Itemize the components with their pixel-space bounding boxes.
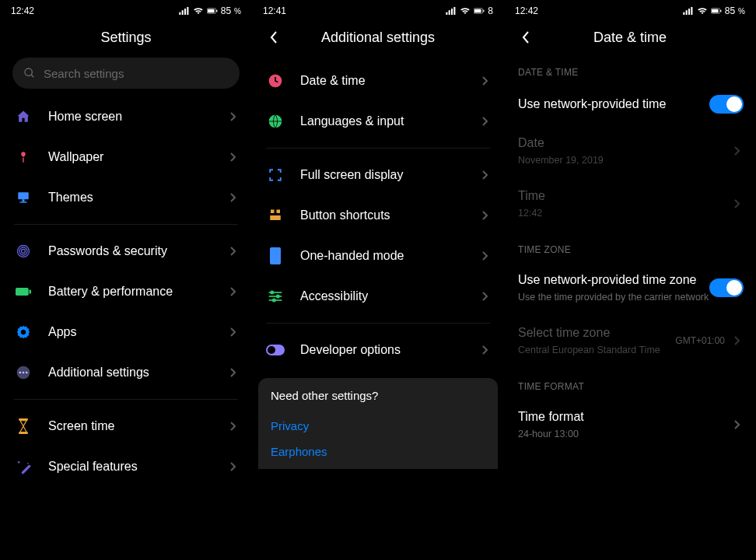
svg-point-40 <box>271 291 273 293</box>
home-icon <box>14 107 33 126</box>
chevron-right-icon <box>478 289 492 303</box>
chevron-right-icon <box>226 244 240 258</box>
row-battery[interactable]: Battery & performance <box>0 271 252 312</box>
chevron-right-icon <box>226 419 240 433</box>
svg-rect-37 <box>270 215 281 220</box>
battery-icon <box>474 7 485 15</box>
label: Additional settings <box>48 366 210 380</box>
svg-rect-29 <box>454 7 456 15</box>
chevron-right-icon <box>478 343 492 357</box>
label: Accessibility <box>300 289 462 303</box>
row-screen-time[interactable]: Screen time <box>0 406 252 446</box>
content: Date & time Languages & input Full scree… <box>252 53 504 560</box>
row-languages[interactable]: Languages & input <box>252 101 504 142</box>
section-time-format: TIME FORMAT <box>504 367 756 398</box>
header: Date & time <box>504 22 756 53</box>
row-select-tz: Select time zone Central European Standa… <box>504 314 756 367</box>
svg-rect-6 <box>216 10 217 12</box>
divider <box>14 399 238 400</box>
row-time: Time 12:42 <box>504 177 756 230</box>
card-title: Need other settings? <box>271 389 485 402</box>
content: Home screen Wallpaper Themes Passwords &… <box>0 96 252 560</box>
svg-rect-11 <box>20 201 27 203</box>
fingerprint-icon <box>14 242 33 261</box>
row-button-shortcuts[interactable]: Button shortcuts <box>252 195 504 236</box>
row-additional[interactable]: Additional settings <box>0 352 252 393</box>
svg-rect-31 <box>474 9 481 13</box>
sub: 12:42 <box>518 207 730 219</box>
toggle-network-tz[interactable] <box>709 278 744 297</box>
label: Use network-provided time <box>518 97 709 111</box>
svg-rect-1 <box>181 10 183 15</box>
row-date-time[interactable]: Date & time <box>252 61 504 101</box>
sub: Central European Standard Time <box>518 344 675 356</box>
row-home-screen[interactable]: Home screen <box>0 96 252 137</box>
row-accessibility[interactable]: Accessibility <box>252 276 504 317</box>
privacy-link[interactable]: Privacy <box>271 413 485 439</box>
chevron-right-icon <box>478 249 492 263</box>
signal-icon <box>446 7 457 15</box>
page-title: Date & time <box>516 30 744 46</box>
label: Time <box>518 188 730 205</box>
chevron-right-icon <box>730 197 744 211</box>
row-one-handed[interactable]: One-handed mode <box>252 236 504 276</box>
row-developer[interactable]: Developer options <box>252 330 504 370</box>
earphones-link[interactable]: Earphones <box>271 439 485 464</box>
status-bar: 12:41 8 <box>252 0 504 22</box>
status-right: 85% <box>683 5 745 16</box>
chevron-right-icon <box>730 418 744 432</box>
more-icon <box>14 363 33 382</box>
row-fullscreen[interactable]: Full screen display <box>252 155 504 195</box>
row-special[interactable]: Special features <box>0 446 252 487</box>
svg-rect-3 <box>187 7 188 15</box>
svg-rect-48 <box>685 10 687 15</box>
tz-value: GMT+01:00 <box>675 335 725 346</box>
status-time: 12:42 <box>515 5 538 16</box>
themes-icon <box>14 188 33 207</box>
row-security[interactable]: Passwords & security <box>0 231 252 271</box>
label: Special features <box>48 460 210 474</box>
header: Additional settings <box>252 22 504 53</box>
svg-rect-49 <box>688 9 690 15</box>
row-apps[interactable]: Apps <box>0 312 252 352</box>
back-button[interactable] <box>516 28 535 47</box>
svg-rect-23 <box>21 464 31 474</box>
row-network-time[interactable]: Use network-provided time <box>504 84 756 124</box>
shortcuts-icon <box>266 206 285 225</box>
back-button[interactable] <box>264 28 283 47</box>
chevron-right-icon <box>226 285 240 299</box>
chevron-right-icon <box>226 460 240 474</box>
wand-icon <box>14 457 33 476</box>
search-input[interactable]: Search settings <box>12 58 240 89</box>
section-date-time: DATE & TIME <box>504 53 756 84</box>
svg-rect-50 <box>691 7 692 15</box>
label: Battery & performance <box>48 285 210 299</box>
chevron-right-icon <box>226 366 240 380</box>
label: Languages & input <box>300 114 462 128</box>
status-bar: 12:42 85% <box>0 0 252 22</box>
svg-rect-35 <box>271 210 275 214</box>
row-wallpaper[interactable]: Wallpaper <box>0 137 252 177</box>
additional-settings-screen: 12:41 8 Additional settings Date & time … <box>252 0 504 560</box>
row-themes[interactable]: Themes <box>0 177 252 218</box>
row-time-format[interactable]: Time format 24-hour 13:00 <box>504 398 756 451</box>
label: Home screen <box>48 110 210 124</box>
battery-pct: 85 <box>725 5 735 16</box>
wifi-icon <box>193 7 204 15</box>
svg-rect-47 <box>683 12 684 15</box>
svg-rect-16 <box>30 290 32 294</box>
svg-rect-9 <box>18 192 29 199</box>
toggle-network-time[interactable] <box>709 95 744 114</box>
svg-point-24 <box>18 461 20 464</box>
row-network-tz[interactable]: Use network-provided time zone Use the t… <box>504 261 756 314</box>
hourglass-icon <box>14 417 33 436</box>
wifi-icon <box>460 7 471 15</box>
svg-rect-36 <box>277 210 281 214</box>
battery-icon <box>14 282 33 301</box>
chevron-right-icon <box>730 144 744 158</box>
label: Time format <box>518 409 730 425</box>
need-other-card: Need other settings? Privacy Earphones <box>258 378 498 469</box>
svg-point-7 <box>25 68 32 75</box>
svg-rect-38 <box>270 247 281 264</box>
chevron-right-icon <box>226 110 240 124</box>
